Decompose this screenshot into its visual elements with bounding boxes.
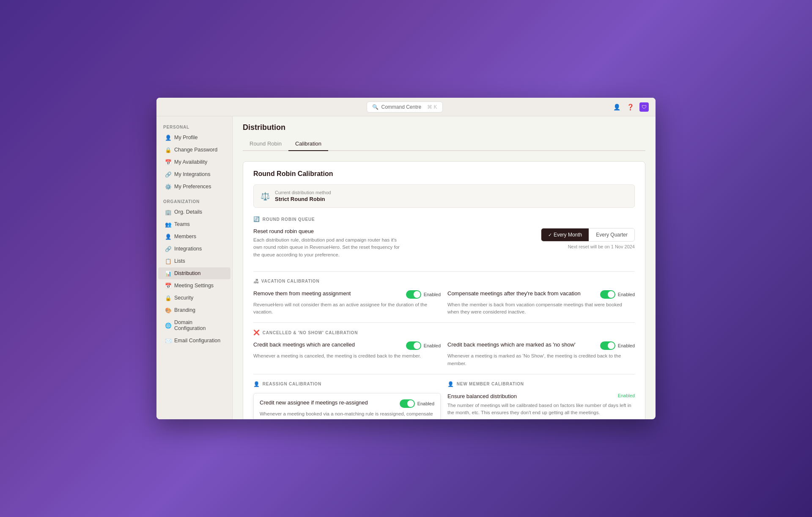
- sidebar-item-label: Change Password: [174, 147, 217, 153]
- tabs: Round Robin Calibration: [243, 137, 645, 151]
- org-icon: 🏢: [165, 209, 171, 215]
- toggle-group-vacation-2: Enabled: [600, 290, 635, 299]
- reassign-icon: 👤: [253, 381, 260, 387]
- preferences-icon: ⚙️: [165, 184, 171, 190]
- toggle-cancelled-2[interactable]: [600, 341, 615, 350]
- sidebar-item-security[interactable]: 🔒 Security: [158, 292, 230, 304]
- sidebar-item-label: Members: [174, 234, 196, 239]
- sidebar-item-teams[interactable]: 👥 Teams: [158, 218, 230, 230]
- divider-reassign: [253, 374, 635, 374]
- toggle-label-vacation-1: Enabled: [424, 292, 441, 297]
- vacation-feature-2-name: Compensate meetings after they're back f…: [447, 290, 581, 297]
- top-bar: 🔍 Command Centre ⌘ K 👤 ❓ 🛡: [156, 98, 656, 116]
- sidebar-item-label: My Preferences: [174, 184, 211, 190]
- sidebar-item-my-availability[interactable]: 📅 My Availability: [158, 156, 230, 168]
- checkmark-icon: ✓: [548, 232, 552, 238]
- sidebar-item-email-config[interactable]: ✉️ Email Configuration: [158, 335, 230, 346]
- cancelled-feature-2-desc: Whenever a meeting is marked as 'No Show…: [447, 352, 635, 367]
- current-method-text: Current distribution method Strict Round…: [275, 190, 331, 202]
- page-title: Distribution: [243, 123, 645, 132]
- command-centre-label: Command Centre: [381, 104, 421, 110]
- sidebar-item-distribution[interactable]: 📊 Distribution: [158, 267, 230, 279]
- reassign-feature: Credit new assignee if meetings re-assig…: [253, 393, 441, 419]
- new-member-feature: Ensure balanced distribution Enabled The…: [447, 393, 635, 417]
- calibration-card-title: Round Robin Calibration: [253, 170, 635, 178]
- frequency-selector[interactable]: ✓ Every Month Every Quarter: [541, 228, 635, 242]
- distribution-icon: 📊: [165, 270, 171, 276]
- integrations-icon: 🔗: [165, 171, 171, 177]
- sidebar-item-label: Branding: [174, 307, 195, 313]
- cancelled-feature-2-name: Credit back meetings which are marked as…: [447, 341, 576, 348]
- next-reset-label: Next reset will be on 1 Nov 2024: [568, 244, 635, 249]
- reset-queue-name: Reset round robin queue: [253, 228, 406, 234]
- cancelled-section: ❌ CANCELLED & 'NO SHOW' CALIBRATION: [253, 330, 635, 336]
- cancelled-feature-1-desc: Whenever a meeting is canceled, the meet…: [253, 352, 441, 360]
- sidebar-item-label: My Integrations: [174, 171, 210, 177]
- toggle-cancelled-1[interactable]: [406, 341, 421, 350]
- sidebar-item-label: Lists: [174, 258, 185, 264]
- branding-icon: 🎨: [165, 307, 171, 313]
- sidebar-item-my-profile[interactable]: 👤 My Profile: [158, 132, 230, 143]
- sidebar-item-my-integrations[interactable]: 🔗 My Integrations: [158, 168, 230, 180]
- link-icon: 🔗: [165, 246, 171, 252]
- toggle-reassign[interactable]: [400, 399, 415, 408]
- sidebar-item-my-preferences[interactable]: ⚙️ My Preferences: [158, 181, 230, 192]
- current-method-value: Strict Round Robin: [275, 196, 331, 202]
- content-body: Round Robin Calibration ⚖️ Current distr…: [233, 151, 656, 419]
- queue-icon: 🔄: [253, 216, 260, 222]
- sidebar-item-meeting-settings[interactable]: 📅 Meeting Settings: [158, 280, 230, 292]
- cancelled-feature-2-header: Credit back meetings which are marked as…: [447, 341, 635, 350]
- freq-month-label: Every Month: [554, 232, 582, 238]
- current-method-label: Current distribution method: [275, 190, 331, 195]
- sidebar-item-members[interactable]: 👤 Members: [158, 231, 230, 242]
- sidebar-item-label: Distribution: [174, 270, 201, 276]
- section-label-text: ROUND ROBIN QUEUE: [263, 217, 315, 222]
- current-method-box: ⚖️ Current distribution method Strict Ro…: [253, 184, 635, 208]
- tab-round-robin[interactable]: Round Robin: [243, 137, 288, 151]
- cancelled-feature-2: Credit back meetings which are marked as…: [447, 341, 635, 367]
- sidebar-item-branding[interactable]: 🎨 Branding: [158, 304, 230, 316]
- reset-queue-info: Reset round robin queue Each distributio…: [253, 228, 406, 258]
- list-icon: 📋: [165, 258, 171, 264]
- freq-every-quarter[interactable]: Every Quarter: [589, 228, 634, 241]
- toggle-vacation-1[interactable]: [406, 290, 421, 299]
- sidebar-personal-section: PERSONAL: [156, 121, 232, 131]
- sidebar-item-label: Teams: [174, 221, 190, 227]
- reassign-feature-header: Credit new assignee if meetings re-assig…: [260, 399, 434, 408]
- toggle-label-vacation-2: Enabled: [618, 292, 635, 297]
- new-member-section-label: 👤 NEW MEMBER CALIBRATION: [447, 381, 635, 387]
- vacation-feature-1: Remove them from meeting assignment Enab…: [253, 290, 441, 316]
- calendar-icon: 📅: [165, 159, 171, 165]
- vacation-calibration-section: 🏖 VACATION CALIBRATION: [253, 278, 635, 284]
- tab-calibration[interactable]: Calibration: [288, 137, 328, 151]
- sidebar-item-label: Integrations: [174, 246, 202, 252]
- toggle-label-cancelled-2: Enabled: [618, 343, 635, 348]
- vacation-feature-1-header: Remove them from meeting assignment Enab…: [253, 290, 441, 299]
- user-icon[interactable]: 👤: [612, 103, 621, 111]
- new-member-enabled-label: Enabled: [618, 393, 635, 398]
- vacation-feature-2: Compensate meetings after they're back f…: [447, 290, 635, 316]
- freq-quarter-label: Every Quarter: [596, 232, 628, 238]
- new-member-label-text: NEW MEMBER CALIBRATION: [457, 382, 524, 386]
- toggle-group-reassign: Enabled: [400, 399, 434, 408]
- toggle-label-cancelled-1: Enabled: [424, 343, 441, 348]
- reset-queue-desc: Each distribution rule, distribution pod…: [253, 236, 406, 258]
- cancelled-feature-1-header: Credit back meetings which are cancelled…: [253, 341, 441, 350]
- toggle-vacation-2[interactable]: [600, 290, 615, 299]
- sidebar-item-change-password[interactable]: 🔒 Change Password: [158, 144, 230, 156]
- reassign-label-text: REASSIGN CALIBRATION: [263, 382, 321, 386]
- command-centre-button[interactable]: 🔍 Command Centre ⌘ K: [367, 102, 442, 113]
- reassign-column: 👤 REASSIGN CALIBRATION Credit new assign…: [253, 381, 441, 419]
- shield-badge[interactable]: 🛡: [639, 102, 649, 112]
- new-member-icon: 👤: [447, 381, 454, 387]
- help-icon[interactable]: ❓: [626, 103, 634, 111]
- sidebar-item-org-details[interactable]: 🏢 Org. Details: [158, 206, 230, 218]
- sidebar-org-section: ORGANIZATION: [156, 196, 232, 206]
- sidebar-item-integrations[interactable]: 🔗 Integrations: [158, 243, 230, 255]
- freq-every-month[interactable]: ✓ Every Month: [541, 228, 589, 241]
- toggle-label-reassign: Enabled: [417, 401, 434, 406]
- command-shortcut: ⌘ K: [427, 104, 437, 110]
- sidebar-item-domain-config[interactable]: 🌐 Domain Configuration: [158, 316, 230, 334]
- sidebar-item-lists[interactable]: 📋 Lists: [158, 255, 230, 267]
- lock-icon: 🔒: [165, 147, 171, 153]
